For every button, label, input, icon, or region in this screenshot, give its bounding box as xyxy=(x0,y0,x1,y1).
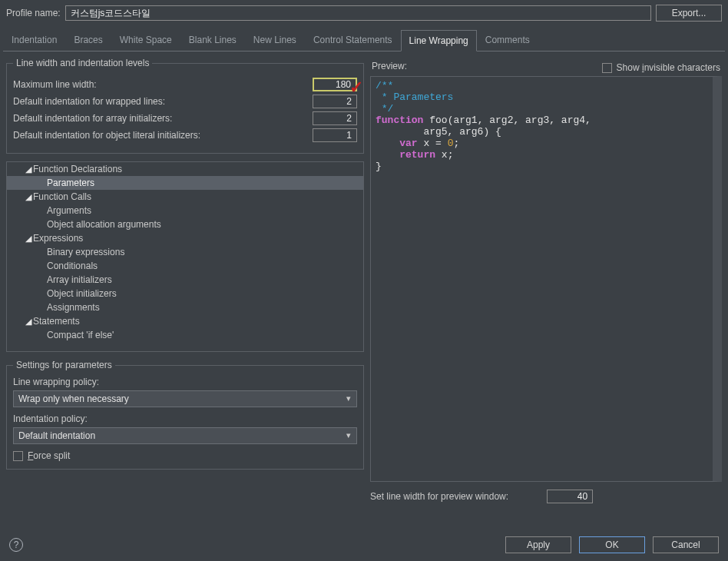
tree-item-label: Parameters xyxy=(47,178,94,188)
linewidth-group: Line width and indentation levels Maximu… xyxy=(6,58,364,154)
tab-control-statements[interactable]: Control Statements xyxy=(305,29,401,51)
tree-item-label: Array initializers xyxy=(47,274,112,285)
tab-blank-lines[interactable]: Blank Lines xyxy=(180,29,245,51)
show-invisible-chars-checkbox[interactable] xyxy=(602,63,612,73)
linewidth-row-label: Maximum line width: xyxy=(13,79,97,90)
force-split-checkbox[interactable] xyxy=(13,451,23,461)
tree-item-label: Function Calls xyxy=(33,191,91,202)
tree-item-label: Binary expressions xyxy=(47,247,124,257)
tree-item-label: Function Declarations xyxy=(33,164,122,174)
linewidth-input-2[interactable] xyxy=(313,111,357,125)
tree-item-label: Statements xyxy=(33,316,80,327)
tree-arrow-icon: ◢ xyxy=(24,192,33,202)
tree-item-statements[interactable]: ◢Statements xyxy=(7,314,363,328)
linewidth-input-0[interactable] xyxy=(313,78,357,91)
ok-button[interactable]: OK xyxy=(579,536,645,553)
tree-item-expressions[interactable]: ◢Expressions xyxy=(7,231,363,245)
tab-indentation[interactable]: Indentation xyxy=(3,29,65,51)
line-wrap-policy-select[interactable]: Wrap only when necessary xyxy=(13,390,357,407)
profile-name-label: Profile name: xyxy=(6,8,61,18)
tree-item-object-allocation-arguments[interactable]: Object allocation arguments xyxy=(7,217,363,231)
line-wrap-policy-label: Line wrapping policy: xyxy=(13,377,357,387)
tree-item-label: Object initializers xyxy=(47,288,117,299)
preview-width-input[interactable] xyxy=(547,490,593,503)
tree-arrow-icon: ◢ xyxy=(24,164,33,174)
cancel-button[interactable]: Cancel xyxy=(653,536,719,553)
preview-width-label: Set line width for preview window: xyxy=(370,491,508,502)
preview-code: /** * Parameters */ function foo(arg1, a… xyxy=(370,76,722,482)
linewidth-input-3[interactable] xyxy=(313,128,357,142)
wrapping-tree[interactable]: ◢Function DeclarationsParameters◢Functio… xyxy=(6,161,364,352)
tree-item-assignments[interactable]: Assignments xyxy=(7,300,363,314)
tree-item-label: Expressions xyxy=(33,233,83,244)
show-invisible-chars-label[interactable]: Show invisible characters xyxy=(617,62,720,73)
tree-item-array-initializers[interactable]: Array initializers xyxy=(7,273,363,287)
force-split-label[interactable]: Force split xyxy=(28,450,70,461)
tab-white-space[interactable]: White Space xyxy=(111,29,180,51)
preview-title: Preview: xyxy=(372,61,407,71)
linewidth-legend: Line width and indentation levels xyxy=(13,58,152,68)
tree-item-object-initializers[interactable]: Object initializers xyxy=(7,287,363,300)
tree-item-label: Conditionals xyxy=(47,261,98,271)
tab-strip: IndentationBracesWhite SpaceBlank LinesN… xyxy=(0,26,728,51)
linewidth-input-1[interactable] xyxy=(313,95,357,108)
linewidth-row-label: Default indentation for object literal i… xyxy=(13,130,200,141)
indentation-policy-select[interactable]: Default indentation xyxy=(13,427,357,444)
tree-arrow-icon: ◢ xyxy=(24,234,33,244)
settings-legend: Settings for parameters xyxy=(13,360,115,370)
profile-name-input[interactable] xyxy=(65,5,651,21)
tree-item-function-calls[interactable]: ◢Function Calls xyxy=(7,190,363,204)
linewidth-row-label: Default indentation for array initialize… xyxy=(13,113,172,124)
tree-item-compact-if-else-[interactable]: Compact 'if else' xyxy=(7,328,363,342)
tree-item-label: Compact 'if else' xyxy=(47,330,114,340)
tree-item-binary-expressions[interactable]: Binary expressions xyxy=(7,245,363,259)
tree-item-parameters[interactable]: Parameters xyxy=(7,176,363,190)
tree-item-conditionals[interactable]: Conditionals xyxy=(7,259,363,273)
tree-item-label: Arguments xyxy=(47,205,91,216)
settings-group: Settings for parameters Line wrapping po… xyxy=(6,360,364,470)
tab-new-lines[interactable]: New Lines xyxy=(245,29,305,51)
tree-item-label: Assignments xyxy=(47,302,100,313)
indentation-policy-label: Indentation policy: xyxy=(13,413,357,424)
export-button[interactable]: Export... xyxy=(656,5,722,22)
tab-line-wrapping[interactable]: Line Wrapping xyxy=(401,30,477,51)
tree-item-label: Object allocation arguments xyxy=(47,219,161,230)
apply-button[interactable]: Apply xyxy=(505,536,571,553)
tree-item-function-declarations[interactable]: ◢Function Declarations xyxy=(7,162,363,176)
tree-item-arguments[interactable]: Arguments xyxy=(7,204,363,217)
linewidth-row-label: Default indentation for wrapped lines: xyxy=(13,96,165,107)
help-icon[interactable]: ? xyxy=(9,538,23,552)
tab-comments[interactable]: Comments xyxy=(477,29,538,51)
tree-arrow-icon: ◢ xyxy=(24,317,33,327)
tab-braces[interactable]: Braces xyxy=(65,29,111,51)
